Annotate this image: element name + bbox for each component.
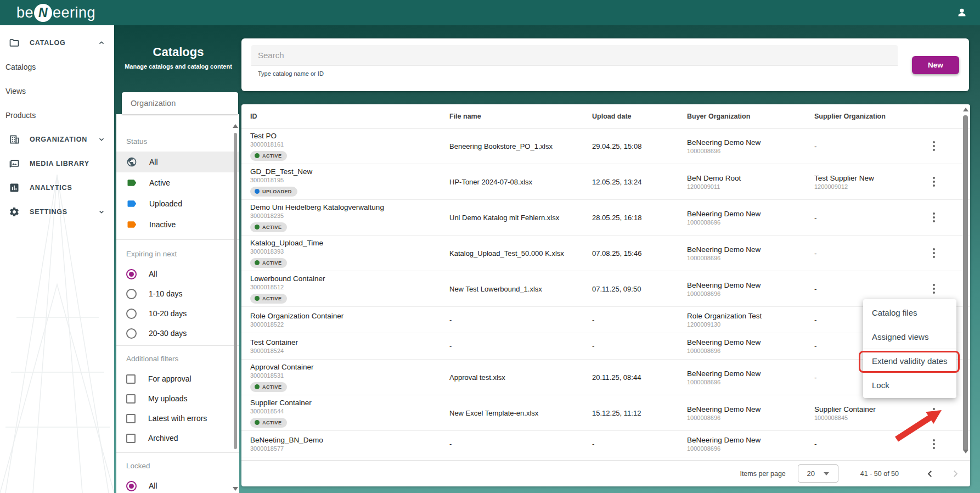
row-actions-kebab-icon[interactable]: [930, 281, 938, 296]
table-row[interactable]: Supplier Container 3000018544 ACTIVE New…: [241, 395, 970, 431]
status-filter-option[interactable]: Inactive: [116, 214, 239, 235]
sidebar-subnav-item[interactable]: Products: [0, 103, 114, 127]
table-row[interactable]: Approval Container 3000018531 ACTIVE App…: [241, 360, 970, 395]
context-menu-item[interactable]: Extend validity dates: [863, 349, 956, 373]
catalog-id: 3000018524: [250, 348, 444, 354]
status-badge: ACTIVE: [250, 222, 287, 232]
user-account-icon[interactable]: [956, 7, 968, 19]
file-name-cell: -: [449, 342, 592, 350]
sidebar-subnav-item[interactable]: Views: [0, 79, 114, 103]
upload-date-cell: 15.12.25, 11:12: [592, 409, 687, 417]
radio-option-label: All: [149, 270, 157, 278]
status-badge-label: ACTIVE: [262, 384, 281, 390]
status-filter-option[interactable]: Active: [116, 172, 239, 193]
filter-scrollbar-thumb[interactable]: [234, 133, 237, 449]
buyer-org-name: BeNeering Demo New: [687, 281, 809, 289]
radio-option[interactable]: 20-30 days: [116, 323, 239, 343]
new-catalog-button[interactable]: New: [912, 56, 959, 74]
context-menu-item[interactable]: Lock: [863, 373, 956, 397]
supplier-org-name: Supplier Container: [814, 405, 908, 413]
table-row[interactable]: Demo Uni Heidelberg Katalogverwaltung 30…: [241, 200, 970, 236]
checkbox-option[interactable]: For approval: [116, 369, 239, 389]
sidebar-subnav-item[interactable]: Catalogs: [0, 55, 114, 79]
status-dot-icon: [255, 260, 260, 265]
checkbox-option[interactable]: Latest with errors: [116, 408, 239, 428]
upload-date-cell: 29.04.25, 15:08: [592, 142, 687, 150]
upload-date-cell: -: [592, 440, 687, 448]
logo-text-post: eering: [53, 4, 95, 21]
column-header-buyer-org: Buyer Organization: [687, 113, 814, 120]
file-name-cell: HP-Toner 2024-07-08.xlsx: [449, 178, 592, 186]
items-per-page-value: 20: [807, 469, 815, 478]
table-row[interactable]: Katalog_Upload_Time 3000018393 ACTIVE Ka…: [241, 236, 970, 271]
buyer-org-name: BeNeering Demo New: [687, 369, 809, 378]
status-filter-option[interactable]: Uploaded: [116, 193, 239, 214]
sidebar-item-catalog[interactable]: CATALOG: [0, 31, 114, 55]
sidebar-item-settings[interactable]: SETTINGS: [0, 200, 114, 224]
table-row[interactable]: GD_DE_Test_New 3000018195 UPLOADED HP-To…: [241, 164, 970, 200]
buyer-org-id: 1000008696: [687, 219, 809, 226]
radio-option[interactable]: 1-10 days: [116, 284, 239, 304]
table-scrollbar-up-icon[interactable]: [963, 108, 968, 111]
status-filter-option[interactable]: All: [116, 152, 239, 172]
sidebar-item-analytics[interactable]: ANALYTICS: [0, 176, 114, 200]
status-badge-label: ACTIVE: [262, 260, 281, 266]
buyer-org-id: 1000008696: [687, 290, 809, 297]
upload-date-cell: 07.08.25, 15:46: [592, 249, 687, 257]
context-menu-item[interactable]: Catalog files: [863, 300, 956, 324]
radio-option-label: 20-30 days: [149, 329, 187, 338]
row-actions-kebab-icon[interactable]: [930, 174, 938, 189]
row-actions-kebab-icon[interactable]: [930, 138, 938, 154]
organization-filter-input[interactable]: [122, 92, 238, 114]
file-name-cell: Beneering Bookstore_PO_1.xlsx: [449, 142, 592, 150]
file-name-cell: Uni Demo Katalog mit Fehlern.xlsx: [449, 214, 592, 222]
table-scrollbar-down-icon[interactable]: [963, 450, 968, 453]
catalog-name: Lowerbound Container: [250, 274, 444, 283]
checkbox-option[interactable]: My uploads: [116, 389, 239, 408]
radio-option[interactable]: All: [116, 264, 239, 284]
supplier-org-id: 1200009012: [814, 183, 908, 190]
table-row[interactable]: Lowerbound Container 3000018512 ACTIVE N…: [241, 271, 970, 307]
context-menu-item[interactable]: Assigned views: [863, 324, 956, 349]
row-actions-kebab-icon[interactable]: [930, 405, 938, 421]
supplier-org-name: Test Supplier New: [814, 174, 908, 182]
status-badge-label: UPLOADED: [262, 189, 292, 194]
buyer-org-id: 1000008696: [687, 255, 809, 261]
checkbox-option-label: My uploads: [148, 394, 188, 403]
previous-page-button[interactable]: [925, 469, 935, 479]
status-options: All Active Uploaded Inactive: [116, 152, 239, 235]
checkbox-option[interactable]: Archived: [116, 428, 239, 448]
table-row[interactable]: Test PO 3000018161 ACTIVE Beneering Book…: [241, 128, 970, 164]
buyer-org-id: 1000008696: [687, 379, 809, 385]
column-header-file-name: File name: [449, 113, 592, 120]
status-option-label: Inactive: [149, 220, 176, 229]
catalog-subnav: CatalogsViewsProducts: [0, 55, 114, 127]
radio-option-label: 1-10 days: [149, 289, 182, 298]
row-actions-kebab-icon[interactable]: [930, 436, 938, 452]
status-badge: ACTIVE: [250, 382, 287, 392]
sidebar-item-organization[interactable]: ORGANIZATION: [0, 127, 114, 152]
radio-option[interactable]: 10-20 days: [116, 304, 239, 323]
search-input[interactable]: [251, 45, 898, 65]
table-row[interactable]: Test Container 3000018524 - - BeNeering …: [241, 333, 970, 360]
filter-scrollbar-up-icon[interactable]: [233, 124, 238, 128]
table-scrollbar-thumb[interactable]: [963, 115, 968, 451]
row-actions-kebab-icon[interactable]: [930, 245, 938, 261]
buyer-org-id: 1000008696: [687, 414, 809, 421]
sidebar-item-media-library[interactable]: MEDIA LIBRARY: [0, 152, 114, 176]
row-actions-kebab-icon[interactable]: [930, 210, 938, 225]
buyer-org-name: Role Organization Test: [687, 312, 809, 320]
table-row[interactable]: BeNeeting_BN_Demo 3000018577 - - BeNeeri…: [241, 431, 970, 457]
sidebar-item-label: ORGANIZATION: [30, 136, 87, 143]
checkbox-icon: [126, 374, 136, 384]
catalog-id: 3000018544: [250, 408, 444, 414]
status-dot-icon: [255, 296, 260, 301]
items-per-page-select[interactable]: 20: [798, 464, 838, 483]
app-bar: be N eering: [0, 0, 980, 25]
upload-date-cell: 28.05.25, 16:18: [592, 214, 687, 222]
tag-icon: [126, 177, 137, 188]
radio-option[interactable]: All: [116, 476, 239, 493]
filter-scrollbar-down-icon[interactable]: [233, 487, 238, 491]
table-row[interactable]: Role Organization Container 3000018522 -…: [241, 307, 970, 333]
tag-icon: [126, 198, 137, 209]
